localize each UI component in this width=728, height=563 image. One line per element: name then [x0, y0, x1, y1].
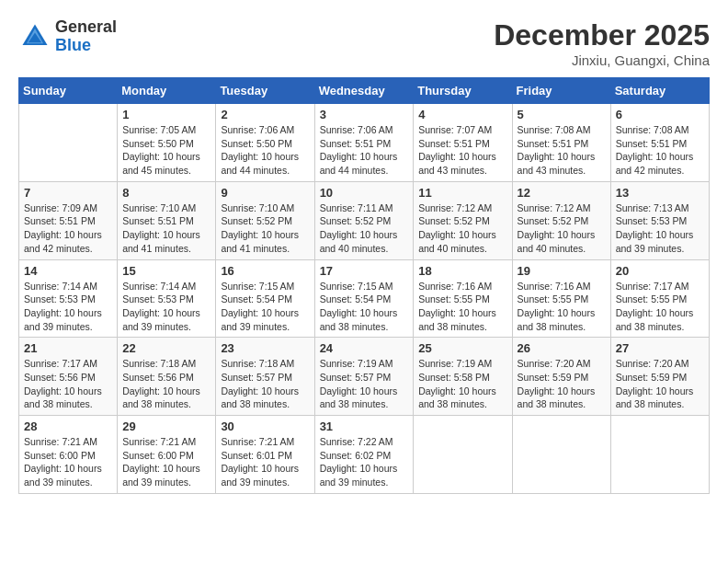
- cell-info: Sunrise: 7:21 AMSunset: 6:00 PMDaylight:…: [24, 435, 112, 489]
- calendar-cell: 12Sunrise: 7:12 AMSunset: 5:52 PMDayligh…: [512, 181, 610, 259]
- day-number: 13: [616, 186, 704, 200]
- day-number: 6: [616, 108, 704, 121]
- calendar-week-row: 7Sunrise: 7:09 AMSunset: 5:51 PMDaylight…: [19, 181, 710, 259]
- calendar-week-row: 14Sunrise: 7:14 AMSunset: 5:53 PMDayligh…: [19, 259, 710, 338]
- day-number: 17: [320, 264, 409, 278]
- month-title: December 2025: [494, 18, 710, 52]
- cell-info: Sunrise: 7:12 AMSunset: 5:52 PMDaylight:…: [518, 201, 606, 256]
- day-number: 27: [616, 341, 704, 355]
- cell-info: Sunrise: 7:17 AMSunset: 5:55 PMDaylight:…: [616, 280, 704, 334]
- day-number: 1: [122, 108, 210, 121]
- calendar-cell: 3Sunrise: 7:06 AMSunset: 5:51 PMDaylight…: [314, 104, 414, 182]
- day-number: 24: [320, 341, 409, 355]
- calendar-cell: 5Sunrise: 7:08 AMSunset: 5:51 PMDaylight…: [512, 104, 610, 182]
- cell-info: Sunrise: 7:20 AMSunset: 5:59 PMDaylight:…: [616, 357, 704, 411]
- calendar-cell: 14Sunrise: 7:14 AMSunset: 5:53 PMDayligh…: [19, 259, 118, 338]
- calendar-table: SundayMondayTuesdayWednesdayThursdayFrid…: [18, 77, 710, 494]
- cell-info: Sunrise: 7:16 AMSunset: 5:55 PMDaylight:…: [518, 280, 606, 334]
- cell-info: Sunrise: 7:20 AMSunset: 5:59 PMDaylight:…: [518, 357, 606, 411]
- cell-info: Sunrise: 7:19 AMSunset: 5:57 PMDaylight:…: [320, 357, 409, 411]
- calendar-cell: 16Sunrise: 7:15 AMSunset: 5:54 PMDayligh…: [216, 259, 314, 338]
- weekday-header: Friday: [512, 78, 610, 104]
- cell-info: Sunrise: 7:10 AMSunset: 5:52 PMDaylight:…: [221, 201, 309, 256]
- day-number: 16: [221, 264, 309, 278]
- day-number: 28: [24, 419, 112, 433]
- weekday-header: Thursday: [414, 78, 512, 104]
- calendar-cell: [414, 416, 512, 494]
- cell-info: Sunrise: 7:08 AMSunset: 5:51 PMDaylight:…: [518, 123, 606, 178]
- calendar-week-row: 1Sunrise: 7:05 AMSunset: 5:50 PMDaylight…: [19, 104, 710, 182]
- logo-general-label: General: [55, 18, 117, 37]
- calendar-cell: 7Sunrise: 7:09 AMSunset: 5:51 PMDaylight…: [19, 181, 118, 259]
- calendar-cell: 2Sunrise: 7:06 AMSunset: 5:50 PMDaylight…: [216, 104, 314, 182]
- cell-info: Sunrise: 7:19 AMSunset: 5:58 PMDaylight:…: [418, 357, 506, 411]
- cell-info: Sunrise: 7:07 AMSunset: 5:51 PMDaylight:…: [418, 123, 506, 178]
- logo-text: General Blue: [55, 18, 117, 55]
- cell-info: Sunrise: 7:14 AMSunset: 5:53 PMDaylight:…: [122, 280, 210, 334]
- calendar-header-row: SundayMondayTuesdayWednesdayThursdayFrid…: [19, 78, 710, 104]
- weekday-header: Tuesday: [216, 78, 314, 104]
- day-number: 26: [518, 341, 606, 355]
- day-number: 20: [616, 264, 704, 278]
- day-number: 11: [418, 186, 506, 200]
- cell-info: Sunrise: 7:13 AMSunset: 5:53 PMDaylight:…: [616, 201, 704, 256]
- cell-info: Sunrise: 7:08 AMSunset: 5:51 PMDaylight:…: [616, 123, 704, 178]
- calendar-cell: 30Sunrise: 7:21 AMSunset: 6:01 PMDayligh…: [216, 416, 314, 494]
- weekday-header: Sunday: [19, 78, 118, 104]
- calendar-cell: 8Sunrise: 7:10 AMSunset: 5:51 PMDaylight…: [118, 181, 216, 259]
- cell-info: Sunrise: 7:09 AMSunset: 5:51 PMDaylight:…: [24, 201, 112, 256]
- calendar-cell: 27Sunrise: 7:20 AMSunset: 5:59 PMDayligh…: [610, 338, 709, 416]
- day-number: 19: [518, 264, 606, 278]
- cell-info: Sunrise: 7:21 AMSunset: 6:00 PMDaylight:…: [122, 435, 210, 489]
- calendar-cell: 23Sunrise: 7:18 AMSunset: 5:57 PMDayligh…: [216, 338, 314, 416]
- day-number: 25: [418, 341, 506, 355]
- calendar-cell: 31Sunrise: 7:22 AMSunset: 6:02 PMDayligh…: [314, 416, 414, 494]
- calendar-cell: 22Sunrise: 7:18 AMSunset: 5:56 PMDayligh…: [118, 338, 216, 416]
- day-number: 4: [418, 108, 506, 121]
- day-number: 30: [221, 419, 309, 433]
- calendar-cell: 11Sunrise: 7:12 AMSunset: 5:52 PMDayligh…: [414, 181, 512, 259]
- cell-info: Sunrise: 7:18 AMSunset: 5:57 PMDaylight:…: [221, 357, 309, 411]
- cell-info: Sunrise: 7:06 AMSunset: 5:50 PMDaylight:…: [221, 123, 309, 178]
- calendar-cell: 26Sunrise: 7:20 AMSunset: 5:59 PMDayligh…: [512, 338, 610, 416]
- calendar-cell: 24Sunrise: 7:19 AMSunset: 5:57 PMDayligh…: [314, 338, 414, 416]
- title-block: December 2025 Jinxiu, Guangxi, China: [494, 18, 710, 68]
- day-number: 23: [221, 341, 309, 355]
- logo-blue-label: Blue: [55, 37, 117, 55]
- day-number: 5: [518, 108, 606, 121]
- calendar-cell: [610, 416, 709, 494]
- weekday-header: Saturday: [610, 78, 709, 104]
- calendar-cell: 4Sunrise: 7:07 AMSunset: 5:51 PMDaylight…: [414, 104, 512, 182]
- cell-info: Sunrise: 7:15 AMSunset: 5:54 PMDaylight:…: [221, 280, 309, 334]
- calendar-cell: 10Sunrise: 7:11 AMSunset: 5:52 PMDayligh…: [314, 181, 414, 259]
- day-number: 29: [122, 419, 210, 433]
- cell-info: Sunrise: 7:15 AMSunset: 5:54 PMDaylight:…: [320, 280, 409, 334]
- day-number: 18: [418, 264, 506, 278]
- location-label: Jinxiu, Guangxi, China: [494, 52, 710, 68]
- calendar-cell: 20Sunrise: 7:17 AMSunset: 5:55 PMDayligh…: [610, 259, 709, 338]
- cell-info: Sunrise: 7:22 AMSunset: 6:02 PMDaylight:…: [320, 435, 409, 489]
- day-number: 8: [122, 186, 210, 200]
- calendar-cell: 1Sunrise: 7:05 AMSunset: 5:50 PMDaylight…: [118, 104, 216, 182]
- cell-info: Sunrise: 7:21 AMSunset: 6:01 PMDaylight:…: [221, 435, 309, 489]
- cell-info: Sunrise: 7:16 AMSunset: 5:55 PMDaylight:…: [418, 280, 506, 334]
- calendar-cell: 28Sunrise: 7:21 AMSunset: 6:00 PMDayligh…: [19, 416, 118, 494]
- calendar-cell: 15Sunrise: 7:14 AMSunset: 5:53 PMDayligh…: [118, 259, 216, 338]
- calendar-cell: 29Sunrise: 7:21 AMSunset: 6:00 PMDayligh…: [118, 416, 216, 494]
- cell-info: Sunrise: 7:05 AMSunset: 5:50 PMDaylight:…: [122, 123, 210, 178]
- calendar-cell: 6Sunrise: 7:08 AMSunset: 5:51 PMDaylight…: [610, 104, 709, 182]
- day-number: 31: [320, 419, 409, 433]
- calendar-cell: 18Sunrise: 7:16 AMSunset: 5:55 PMDayligh…: [414, 259, 512, 338]
- day-number: 14: [24, 264, 112, 278]
- weekday-header: Monday: [118, 78, 216, 104]
- logo-icon: [18, 20, 51, 53]
- calendar-cell: 9Sunrise: 7:10 AMSunset: 5:52 PMDaylight…: [216, 181, 314, 259]
- cell-info: Sunrise: 7:06 AMSunset: 5:51 PMDaylight:…: [320, 123, 409, 178]
- day-number: 21: [24, 341, 112, 355]
- weekday-header: Wednesday: [314, 78, 414, 104]
- calendar-cell: [512, 416, 610, 494]
- day-number: 3: [320, 108, 409, 121]
- cell-info: Sunrise: 7:17 AMSunset: 5:56 PMDaylight:…: [24, 357, 112, 411]
- logo: General Blue: [18, 18, 117, 55]
- cell-info: Sunrise: 7:11 AMSunset: 5:52 PMDaylight:…: [320, 201, 409, 256]
